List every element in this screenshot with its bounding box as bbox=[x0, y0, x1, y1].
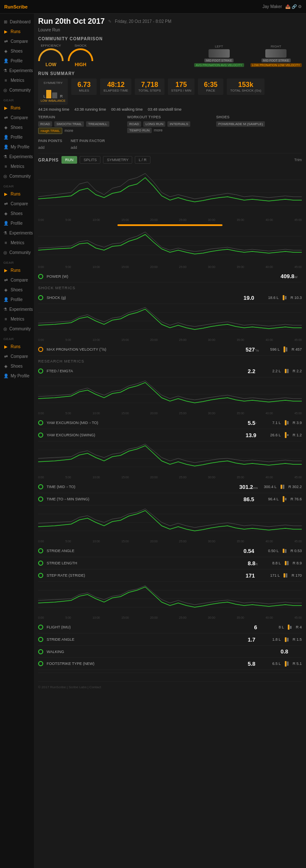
sidebar-item-compare-5[interactable]: ⇄ Compare bbox=[0, 352, 34, 361]
shoe-left: LEFT MID FOOT STRIKE AVG PRONATION AVG V… bbox=[194, 45, 244, 67]
terrain-tag-smooth[interactable]: SMOOTH TRAIL bbox=[54, 121, 84, 127]
stride-angle-adv-name: STRIDE ANGLE bbox=[47, 637, 244, 642]
time-mid-lr-bar bbox=[278, 483, 287, 490]
trim-button[interactable]: Trim bbox=[294, 158, 302, 162]
flight-lr-bar bbox=[286, 624, 294, 631]
myprofile-icon-5: 👤 bbox=[3, 374, 8, 378]
sidebar-item-myprofile-2[interactable]: 👤 My Profile bbox=[0, 142, 34, 152]
sidebar-item-experiments-4[interactable]: ⚗ Experiments bbox=[0, 304, 34, 314]
graph-tab-splits[interactable]: SPLITS bbox=[80, 156, 100, 164]
sidebar-item-compare-4[interactable]: ⇄ Compare bbox=[0, 275, 34, 285]
sidebar-item-profile-4[interactable]: 👤 Profile bbox=[0, 295, 34, 304]
sidebar-item-myprofile-5[interactable]: 👤 My Profile bbox=[0, 371, 34, 381]
community-icon-4: ◎ bbox=[3, 327, 7, 331]
sidebar-item-runs-3[interactable]: ▶ Runs bbox=[0, 189, 34, 199]
metrics-icon-3: ≡ bbox=[3, 240, 8, 245]
footstrike-circle bbox=[38, 661, 43, 666]
metrics-icon-2: ≡ bbox=[3, 164, 8, 169]
research-metric-value: 2.2 bbox=[248, 368, 269, 374]
sidebar-item-compare-3[interactable]: ⇄ Compare bbox=[0, 199, 34, 209]
yaw-swing-lr-bar-l bbox=[285, 432, 287, 438]
sidebar-item-dashboard[interactable]: ⊞ Dashboard bbox=[0, 17, 34, 27]
sidebar-item-community-2[interactable]: ◎ Community bbox=[0, 171, 34, 181]
workout-label: WORKOUT TYPES bbox=[127, 115, 213, 119]
terrain-tag-treadmill[interactable]: TREADMILL bbox=[86, 121, 109, 127]
flight-lr: 8 L R 4 bbox=[278, 624, 302, 631]
sidebar-item-metrics-2[interactable]: ≡ Metrics bbox=[0, 162, 34, 171]
shock-circle bbox=[38, 295, 43, 300]
graph-tab-symmetry[interactable]: SYMMETRY bbox=[103, 156, 132, 164]
sidebar-item-shoes-2[interactable]: ◈ Shoes bbox=[0, 123, 34, 132]
sidebar-item-shoes[interactable]: ◈ Shoes bbox=[0, 46, 34, 56]
sidebar-item-label: Metrics bbox=[11, 240, 24, 245]
sidebar-item-runs-5[interactable]: ▶ Runs bbox=[0, 342, 34, 352]
terrain-tag-rough[interactable]: rough TRAIL bbox=[38, 128, 62, 134]
workout-tag-tempo[interactable]: TEMPO RUN bbox=[127, 128, 152, 133]
workout-tag-road[interactable]: ROAD bbox=[127, 121, 141, 127]
stat-pace: 6:35 PACE bbox=[198, 78, 223, 95]
sidebar-item-community[interactable]: ◎ Community bbox=[0, 85, 34, 95]
sidebar-item-compare-2[interactable]: ⇄ Compare bbox=[0, 113, 34, 123]
right-shoe-icon bbox=[265, 49, 287, 58]
sidebar-item-compare[interactable]: ⇄ Compare bbox=[0, 36, 34, 46]
power-label: POWER (W) bbox=[47, 274, 277, 279]
sidebar-item-label: Compare bbox=[11, 201, 28, 206]
workout-tags: ROAD LONG RUN INTERVALS TEMPO RUN more bbox=[127, 121, 213, 134]
yaw-mid-name: YAW EXCURSION (MID→TO) bbox=[47, 421, 244, 425]
sidebar-item-shoes-3[interactable]: ◈ Shoes bbox=[0, 209, 34, 218]
step-rate-lr-bar-l bbox=[284, 573, 285, 578]
sidebar-item-metrics-3[interactable]: ≡ Metrics bbox=[0, 238, 34, 248]
sidebar-item-runs[interactable]: ▶ Runs bbox=[0, 27, 34, 36]
sidebar-item-experiments-3[interactable]: ⚗ Experiments bbox=[0, 228, 34, 238]
net-pain-add[interactable]: add bbox=[71, 145, 77, 150]
sidebar-item-experiments[interactable]: ⚗ Experiments bbox=[0, 66, 34, 75]
sidebar-item-runs-2[interactable]: ▶ Runs bbox=[0, 103, 34, 113]
highlight-bar[interactable] bbox=[117, 224, 223, 226]
graph-tab-run[interactable]: RUN bbox=[61, 156, 78, 164]
stat-pace-unit: PACE bbox=[206, 89, 215, 92]
compare-icon-4: ⇄ bbox=[3, 278, 8, 282]
experiments-icon: ⚗ bbox=[3, 68, 7, 73]
sidebar-item-profile[interactable]: 👤 Profile bbox=[0, 56, 34, 66]
runs-icon-5: ▶ bbox=[3, 344, 8, 349]
graph-tab-lr[interactable]: L / R bbox=[135, 156, 150, 164]
terrain-tag-road[interactable]: ROAD bbox=[38, 121, 52, 127]
sidebar-item-profile-2[interactable]: 👤 Profile bbox=[0, 132, 34, 142]
shoe-tag-powerblade[interactable]: POWERBLADE M (SAMPLE) bbox=[216, 121, 265, 127]
walking-row: WALKING 0.8 bbox=[38, 646, 302, 658]
shock-value: HIGH bbox=[75, 62, 86, 67]
sidebar-item-label: Shoes bbox=[11, 364, 22, 368]
sidebar-item-shoes-5[interactable]: ◈ Shoes bbox=[0, 361, 34, 371]
sidebar-item-shoes-4[interactable]: ◈ Shoes bbox=[0, 285, 34, 295]
profile-icon-3: 👤 bbox=[3, 221, 8, 226]
time-mid-to-row: TIME (MID→TO) 301.2ms 300.4 L R 302.2 bbox=[38, 481, 302, 493]
sidebar-item-label: Compare bbox=[11, 115, 28, 120]
shock-gauge: SHOCK HIGH bbox=[68, 44, 93, 67]
time-mid-lr-bar-r bbox=[283, 485, 284, 489]
sidebar-item-community-3[interactable]: ◎ Community bbox=[0, 248, 34, 257]
sidebar-item-label: Experiments bbox=[9, 154, 33, 159]
sidebar-item-community-4[interactable]: ◎ Community bbox=[0, 324, 34, 334]
sidebar-item-experiments-2[interactable]: ⚗ Experiments bbox=[0, 152, 34, 162]
workout-tag-intervals[interactable]: INTERVALS bbox=[167, 121, 190, 127]
workout-tag-longrun[interactable]: LONG RUN bbox=[143, 121, 165, 127]
experiments-icon-3: ⚗ bbox=[3, 231, 7, 235]
left-shoe-badge1: MID FOOT STRIKE bbox=[204, 59, 234, 62]
shock-chart-x-axis: 0:005:0010:0015:0020:0025:0030:0035:0040… bbox=[38, 338, 302, 342]
stat-miles: 6.73 MILES bbox=[71, 78, 97, 95]
edit-icon[interactable]: ✎ bbox=[108, 19, 111, 24]
stride-angle-adv-value: 1.7 bbox=[248, 636, 269, 643]
workout-more[interactable]: more bbox=[154, 128, 163, 132]
terrain-more[interactable]: more bbox=[64, 128, 73, 133]
sidebar-item-label: Profile bbox=[11, 221, 22, 226]
net-pain-col: NET PAIN FACTOR add bbox=[71, 139, 105, 150]
sym-bar-left bbox=[46, 90, 51, 98]
time-mid-value: 301.2ms bbox=[239, 484, 260, 490]
sidebar-item-runs-4[interactable]: ▶ Runs bbox=[0, 265, 34, 275]
sidebar-item-metrics-4[interactable]: ≡ Metrics bbox=[0, 314, 34, 324]
pain-add[interactable]: add bbox=[38, 145, 45, 150]
stride-angle-adv-lr: 1.8 L R 1.5 bbox=[272, 636, 302, 643]
sidebar-item-metrics[interactable]: ≡ Metrics bbox=[0, 75, 34, 85]
sidebar-item-profile-3[interactable]: 👤 Profile bbox=[0, 218, 34, 228]
yaw-mid-value: 5.5° bbox=[248, 420, 269, 426]
